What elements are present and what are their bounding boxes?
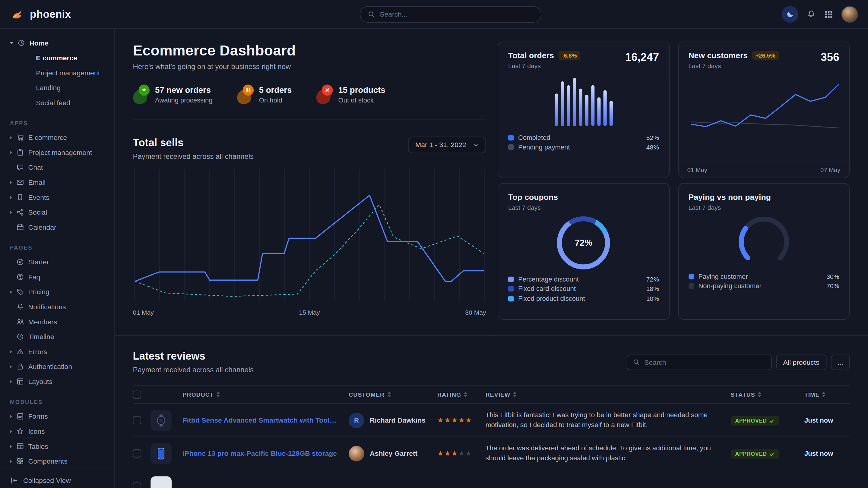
notifications-bell-icon[interactable] — [806, 9, 816, 19]
search-icon — [368, 10, 375, 18]
sidebar-item-errors[interactable]: Errors — [0, 344, 114, 359]
collapse-view-label: Collapsed View — [23, 477, 71, 484]
user-avatar[interactable] — [841, 6, 858, 22]
legend-swatch — [508, 276, 514, 282]
sidebar-section-title-modules: MODULES — [10, 399, 114, 405]
legend-label: Fixed product discount — [518, 295, 585, 303]
product-thumbnail[interactable] — [151, 443, 172, 464]
reviews-search[interactable] — [626, 355, 772, 370]
sidebar-item-members[interactable]: Members — [0, 314, 114, 329]
customer-avatar[interactable] — [349, 446, 364, 461]
phoenix-logo-icon[interactable] — [11, 7, 26, 22]
legend-value: 10% — [646, 295, 659, 302]
column-header-product[interactable]: PRODUCT — [183, 391, 349, 398]
row-checkbox[interactable] — [133, 449, 151, 458]
sidebar-item-components[interactable]: Components — [0, 454, 114, 469]
total-sells-title: Total sells — [133, 136, 254, 149]
layout-icon — [16, 378, 25, 386]
bar — [561, 82, 564, 126]
collapse-view-toggle[interactable]: Collapsed View — [0, 469, 114, 488]
product-link[interactable]: Fitbit Sense Advanced Smartwatch with To… — [183, 416, 349, 424]
sidebar-item-label: Components — [28, 457, 67, 465]
select-all-checkbox[interactable] — [133, 390, 151, 399]
status-badge: APPROVED — [731, 449, 779, 458]
sidebar-item-label: Events — [28, 193, 50, 201]
sidebar-item-e-commerce[interactable]: E commerce — [0, 130, 114, 145]
card-period: Last 7 days — [688, 204, 839, 211]
sidebar-item-social[interactable]: Social — [0, 205, 114, 220]
sidebar-item-label: Forms — [28, 412, 48, 420]
sidebar-item-pricing[interactable]: Pricing — [0, 284, 114, 299]
product-link[interactable]: iPhone 13 pro max-Pacific Blue-128GB sto… — [183, 449, 349, 457]
pause-icon — [235, 88, 253, 105]
column-header-time[interactable]: TIME — [804, 391, 850, 398]
global-search-input[interactable] — [380, 10, 533, 18]
row-checkbox[interactable] — [133, 483, 151, 488]
sidebar-item-home[interactable]: Home — [0, 35, 114, 50]
column-header-review[interactable]: REVIEW — [486, 391, 731, 398]
sidebar-item-project-management[interactable]: Project management — [0, 145, 114, 160]
sidebar-item-notifications[interactable]: Notifications — [0, 299, 114, 314]
x-axis-labels: 01 May 07 May — [678, 162, 849, 177]
sidebar-item-email[interactable]: Email — [0, 175, 114, 190]
column-header-status[interactable]: STATUS — [731, 391, 804, 398]
chevron-right-icon — [10, 380, 12, 383]
sidebar-item-layouts[interactable]: Layouts — [0, 374, 114, 389]
sidebar-subitem-project-management[interactable]: Project management — [0, 65, 114, 80]
select-all-checkbox-input[interactable] — [133, 390, 142, 399]
global-search[interactable] — [360, 6, 541, 22]
brand-name[interactable]: phoenix — [30, 8, 71, 20]
x-tick: 07 May — [820, 166, 840, 173]
more-options-button[interactable]: ... — [831, 355, 849, 370]
date-range-select[interactable]: Mar 1 - 31, 2022 — [408, 136, 486, 153]
customer-cell[interactable]: RRichard Dawkins — [349, 412, 437, 428]
customer-avatar[interactable]: R — [349, 412, 364, 428]
sidebar-subitem-e-commerce[interactable]: E commerce — [0, 50, 114, 65]
chevron-down-icon — [473, 142, 478, 148]
sidebar-item-chat[interactable]: Chat — [0, 160, 114, 175]
stat-caption: On hold — [259, 96, 292, 104]
apps-grid-icon[interactable] — [824, 10, 833, 19]
column-header-customer[interactable]: CUSTOMER — [349, 391, 437, 398]
row-checkbox-input[interactable] — [133, 483, 142, 488]
legend-swatch — [508, 135, 514, 140]
sort-icon — [513, 392, 517, 397]
sidebar-item-label: Timeline — [28, 333, 54, 340]
brand-area[interactable]: phoenix — [11, 7, 71, 22]
sidebar-item-starter[interactable]: Starter — [0, 254, 114, 269]
sidebar-item-label: Pricing — [28, 288, 50, 296]
product-thumbnail[interactable] — [151, 476, 172, 488]
row-checkbox-input[interactable] — [133, 449, 142, 458]
sidebar-item-calendar[interactable]: Calendar — [0, 220, 114, 235]
sidebar-subitem-landing[interactable]: Landing — [0, 80, 114, 95]
sidebar-item-authentication[interactable]: Authentication — [0, 359, 114, 374]
status-cell: APPROVED — [731, 448, 804, 459]
stat-awating-processing: ★57 new ordersAwating processing — [133, 85, 213, 104]
review-text: This Fitbit is fantastic! I was trying t… — [486, 410, 731, 430]
customer-cell[interactable]: Ashley Garrett — [349, 446, 437, 461]
reviews-search-input[interactable] — [644, 358, 766, 366]
sidebar-item-tables[interactable]: Tables — [0, 439, 114, 454]
x-tick: 01 May — [687, 166, 707, 173]
total-sells-subtitle: Payment received across all channels — [133, 152, 254, 161]
sidebar-subitem-social-feed[interactable]: Social feed — [0, 95, 114, 110]
sidebar-item-label: Email — [28, 178, 45, 186]
coupons-donut-chart: 72% — [557, 217, 610, 269]
product-thumbnail[interactable] — [151, 410, 172, 431]
compass-icon — [16, 258, 25, 266]
warning-icon — [16, 348, 25, 356]
stat-on-hold: 5 ordersOn hold — [237, 85, 292, 104]
all-products-button[interactable]: All products — [776, 355, 827, 370]
bar — [597, 97, 600, 126]
row-checkbox[interactable] — [133, 416, 151, 424]
theme-toggle-button[interactable] — [782, 6, 798, 22]
bar — [603, 90, 607, 126]
row-checkbox-input[interactable] — [133, 416, 142, 424]
sidebar-item-faq[interactable]: Faq — [0, 269, 114, 285]
sidebar-item-forms[interactable]: Forms — [0, 409, 114, 424]
column-header-rating[interactable]: RATING — [437, 391, 486, 398]
sidebar-item-events[interactable]: Events — [0, 190, 114, 205]
sidebar-item-icons[interactable]: Icons — [0, 424, 114, 439]
sidebar-item-timeline[interactable]: Timeline — [0, 329, 114, 344]
legend-item-pending-payment: Pending payment48% — [508, 142, 659, 152]
